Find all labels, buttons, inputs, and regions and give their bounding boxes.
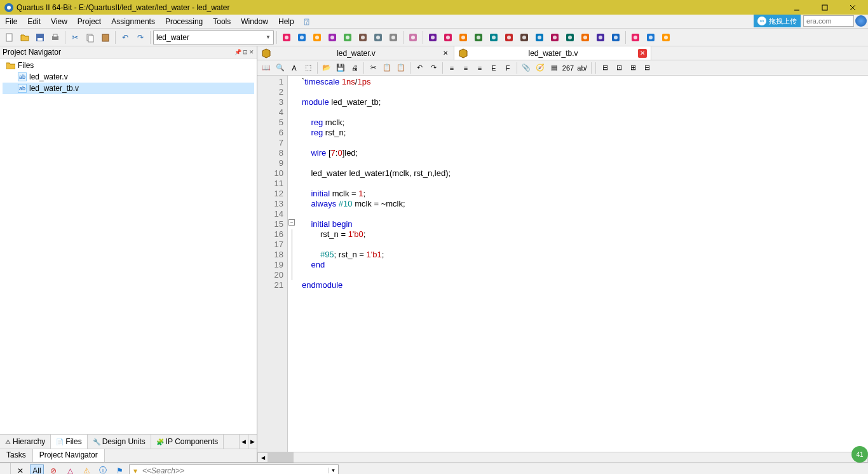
menu-tools[interactable]: Tools bbox=[208, 16, 236, 27]
toolbar-button-9[interactable] bbox=[406, 30, 420, 44]
toolbar-button-4[interactable] bbox=[341, 30, 355, 44]
tree-file[interactable]: abled_water.v bbox=[3, 71, 254, 83]
toolbar-button-22[interactable] bbox=[593, 30, 607, 44]
code-editor[interactable]: 123456789101112131415161718192021 − `tim… bbox=[257, 76, 868, 452]
toolbar-button-5[interactable] bbox=[356, 30, 370, 44]
editor-tool-7[interactable]: 🖨 bbox=[348, 62, 361, 74]
toolbar-button-12[interactable] bbox=[441, 30, 455, 44]
filter-info-icon[interactable]: ⓘ bbox=[96, 464, 110, 475]
filter-error-icon[interactable]: ⊘ bbox=[46, 464, 60, 475]
editor-tool-10[interactable]: 📋 bbox=[381, 62, 393, 74]
toolbar-button-23[interactable] bbox=[609, 30, 623, 44]
close-tab-icon[interactable]: ✕ bbox=[441, 49, 450, 58]
toolbar-button-25[interactable] bbox=[628, 30, 642, 44]
save-button[interactable] bbox=[33, 30, 47, 44]
toolbar-button-20[interactable] bbox=[563, 30, 577, 44]
search-input[interactable] bbox=[141, 466, 328, 475]
filter-flag-icon[interactable]: ⚑ bbox=[112, 464, 126, 475]
menu-view[interactable]: View bbox=[46, 16, 72, 27]
editor-tool-14[interactable]: ↷ bbox=[427, 62, 440, 74]
filter-all-button[interactable]: All bbox=[30, 464, 44, 475]
cut-button[interactable]: ✂ bbox=[68, 30, 82, 44]
tree-file[interactable]: abled_water_tb.v bbox=[3, 83, 254, 94]
menu-file[interactable]: File bbox=[0, 16, 22, 27]
toolbar-button-18[interactable] bbox=[532, 30, 546, 44]
toolbar-button-14[interactable] bbox=[471, 30, 485, 44]
maximize-button[interactable] bbox=[811, 0, 839, 15]
editor-tool-32[interactable]: ⊟ bbox=[641, 62, 653, 74]
toolbar-button-2[interactable] bbox=[310, 30, 324, 44]
editor-tool-11[interactable]: 📋 bbox=[395, 62, 407, 74]
file-tree[interactable]: Files abled_water.vabled_water_tb.v bbox=[0, 58, 257, 434]
toolbar-button-0[interactable] bbox=[280, 30, 294, 44]
toolbar-button-1[interactable] bbox=[295, 30, 309, 44]
tab-scroll-left[interactable]: ◀ bbox=[239, 435, 248, 449]
editor-tool-13[interactable]: ↶ bbox=[413, 62, 426, 74]
notification-badge[interactable]: 41 bbox=[851, 446, 868, 463]
close-tab-icon[interactable]: ✕ bbox=[638, 49, 647, 58]
editor-tool-5[interactable]: 📂 bbox=[320, 62, 333, 74]
toolbar-button-11[interactable] bbox=[426, 30, 440, 44]
file-tab[interactable]: led_water.v✕ bbox=[257, 46, 454, 60]
pin-icon[interactable]: 📌 bbox=[234, 49, 241, 55]
filter-warning-icon[interactable]: ⚠ bbox=[79, 464, 93, 475]
editor-tool-23[interactable]: 🧭 bbox=[534, 62, 546, 74]
toolbar-button-6[interactable] bbox=[371, 30, 385, 44]
editor-tool-25[interactable]: 267 bbox=[562, 62, 574, 74]
toolbar-button-15[interactable] bbox=[487, 30, 501, 44]
editor-tool-6[interactable]: 💾 bbox=[334, 62, 347, 74]
editor-tool-20[interactable]: F bbox=[501, 62, 514, 74]
filter-critical-icon[interactable]: △ bbox=[63, 464, 77, 475]
menu-assignments[interactable]: Assignments bbox=[106, 16, 160, 27]
code-content[interactable]: `timescale 1ns/1ps module led_water_tb; … bbox=[297, 76, 868, 452]
tab-scroll-right[interactable]: ▶ bbox=[248, 435, 257, 449]
toolbar-button-17[interactable] bbox=[517, 30, 531, 44]
fold-column[interactable]: − bbox=[288, 76, 297, 452]
toolbar-button-13[interactable] bbox=[456, 30, 470, 44]
toolbar-button-21[interactable] bbox=[578, 30, 592, 44]
nav-tab-hierarchy[interactable]: ⚠Hierarchy bbox=[0, 435, 51, 449]
editor-tool-1[interactable]: 🔍 bbox=[274, 62, 287, 74]
panel-close-icon[interactable]: ✕ bbox=[249, 49, 254, 55]
menu-edit[interactable]: Edit bbox=[22, 16, 46, 27]
new-file-button[interactable] bbox=[3, 30, 17, 44]
menu-project[interactable]: Project bbox=[72, 16, 106, 27]
editor-tool-19[interactable]: E bbox=[487, 62, 500, 74]
editor-tool-3[interactable]: ⬚ bbox=[302, 62, 315, 74]
lower-tab-project-navigator[interactable]: Project Navigator bbox=[33, 449, 105, 462]
url-input[interactable] bbox=[803, 15, 854, 27]
toolbar-button-3[interactable] bbox=[325, 30, 339, 44]
menu-window[interactable]: Window bbox=[236, 16, 273, 27]
project-select[interactable]: led_water▼ bbox=[153, 30, 274, 44]
menu-processing[interactable]: Processing bbox=[160, 16, 208, 27]
open-button[interactable] bbox=[18, 30, 32, 44]
nav-tab-files[interactable]: 📄Files bbox=[51, 435, 87, 449]
paste-button[interactable] bbox=[98, 30, 112, 44]
editor-tool-24[interactable]: ▤ bbox=[548, 62, 560, 74]
toolbar-button-19[interactable] bbox=[548, 30, 562, 44]
toolbar-button-16[interactable] bbox=[502, 30, 516, 44]
upload-button[interactable]: ∞拖拽上传 bbox=[754, 15, 801, 27]
editor-tool-29[interactable]: ⊟ bbox=[599, 62, 611, 74]
lower-tab-tasks[interactable]: Tasks bbox=[0, 449, 33, 462]
minimize-button[interactable] bbox=[783, 0, 811, 15]
dock-icon[interactable]: ⊡ bbox=[243, 49, 248, 55]
undo-button[interactable]: ↶ bbox=[118, 30, 132, 44]
msg-close-icon[interactable]: ✕ bbox=[13, 464, 27, 475]
toolbar-button-27[interactable] bbox=[659, 30, 673, 44]
copy-button[interactable] bbox=[83, 30, 97, 44]
print-button[interactable] bbox=[48, 30, 62, 44]
globe-icon[interactable] bbox=[855, 15, 867, 27]
toolbar-button-26[interactable] bbox=[644, 30, 658, 44]
toolbar-button-7[interactable] bbox=[386, 30, 400, 44]
editor-tool-31[interactable]: ⊞ bbox=[627, 62, 639, 74]
editor-tool-30[interactable]: ⊡ bbox=[613, 62, 625, 74]
editor-tool-9[interactable]: ✂ bbox=[367, 62, 379, 74]
nav-tab-design-units[interactable]: 🔧Design Units bbox=[88, 435, 151, 449]
redo-button[interactable]: ↷ bbox=[133, 30, 147, 44]
editor-tool-0[interactable]: 📖 bbox=[260, 62, 273, 74]
editor-tool-17[interactable]: ≡ bbox=[459, 62, 472, 74]
editor-tool-2[interactable]: A bbox=[288, 62, 301, 74]
editor-tool-22[interactable]: 📎 bbox=[520, 62, 532, 74]
help-search-icon[interactable]: ⍰ bbox=[299, 16, 314, 27]
